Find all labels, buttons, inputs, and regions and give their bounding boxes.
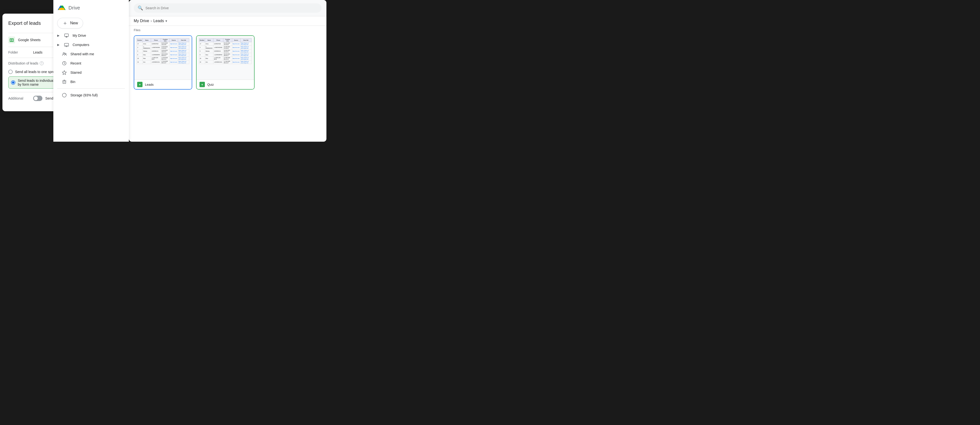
leads-file-name: Leads xyxy=(145,83,153,86)
svg-rect-9 xyxy=(65,34,68,36)
file-card-quiz[interactable]: NumberNamePhoneCreation timeSourceView l… xyxy=(196,35,255,90)
shared-label: Shared with me xyxy=(70,52,94,56)
breadcrumb-separator: › xyxy=(151,19,152,23)
search-bar[interactable]: 🔍 xyxy=(134,3,321,13)
file-preview-quiz: NumberNamePhoneCreation timeSourceView l… xyxy=(197,36,254,79)
svg-point-15 xyxy=(63,52,65,54)
svg-rect-11 xyxy=(65,36,67,37)
quiz-file-name: Quiz xyxy=(207,83,214,86)
format-value: Google Sheets xyxy=(18,38,41,42)
sidebar-item-computers[interactable]: ▶ Computers xyxy=(53,40,126,49)
drive-sidebar: Drive ＋ New ▶ My Drive ▶ Computers Share… xyxy=(53,0,129,142)
breadcrumb-root[interactable]: My Drive xyxy=(134,19,149,23)
leads-file-icon: + xyxy=(137,82,143,87)
storage-icon xyxy=(62,92,67,98)
bin-icon xyxy=(62,79,67,84)
my-drive-label: My Drive xyxy=(73,33,86,38)
computers-label: Computers xyxy=(73,43,89,47)
arrow-icon-computers: ▶ xyxy=(57,43,59,46)
additional-label: Additional xyxy=(8,97,30,100)
utm-toggle[interactable] xyxy=(33,96,42,101)
sheets-icon xyxy=(8,36,15,43)
folder-value: Leads xyxy=(33,51,42,54)
option1-circle xyxy=(8,70,13,74)
quiz-file-icon: + xyxy=(199,82,205,87)
computers-icon xyxy=(64,42,69,48)
svg-rect-5 xyxy=(12,40,13,40)
sidebar-item-shared[interactable]: Shared with me xyxy=(53,49,126,59)
svg-rect-10 xyxy=(66,37,67,38)
new-button[interactable]: ＋ New xyxy=(57,18,83,29)
toggle-knob xyxy=(34,97,38,100)
starred-icon xyxy=(62,70,67,75)
drive-logo xyxy=(57,3,66,12)
new-button-label: New xyxy=(70,21,78,25)
svg-point-16 xyxy=(65,53,66,54)
browser-top: 🔍 xyxy=(129,0,326,16)
plus-icon: ＋ xyxy=(62,21,68,26)
svg-rect-19 xyxy=(63,81,66,84)
my-drive-icon xyxy=(64,33,69,38)
files-label: Files xyxy=(129,26,326,33)
breadcrumb: My Drive › Leads ▾ xyxy=(129,16,326,26)
svg-rect-6 xyxy=(10,41,11,41)
arrow-icon-my-drive: ▶ xyxy=(57,34,59,37)
breadcrumb-current: Leads xyxy=(153,19,164,23)
svg-rect-12 xyxy=(65,43,69,46)
help-icon[interactable]: ? xyxy=(40,61,44,65)
sidebar-item-starred[interactable]: Starred xyxy=(53,68,126,77)
file-card-leads[interactable]: NumberNamePhoneCreation timeSourceView l… xyxy=(134,35,192,90)
option2-circle xyxy=(11,80,15,85)
drive-header: Drive xyxy=(53,0,129,15)
svg-rect-7 xyxy=(12,41,13,41)
file-preview-leads: NumberNamePhoneCreation timeSourceView l… xyxy=(134,36,192,79)
sidebar-item-my-drive[interactable]: ▶ My Drive xyxy=(53,31,126,40)
sidebar-item-bin[interactable]: Bin xyxy=(53,77,126,86)
file-footer-quiz: + Quiz xyxy=(197,79,254,89)
drive-browser: 🔍 My Drive › Leads ▾ Files NumberNamePho… xyxy=(129,0,326,142)
shared-icon xyxy=(62,51,67,57)
starred-label: Starred xyxy=(70,71,82,75)
recent-label: Recent xyxy=(70,61,81,65)
storage-item[interactable]: Storage (93% full) xyxy=(53,90,129,100)
svg-rect-3 xyxy=(12,39,13,40)
search-icon: 🔍 xyxy=(138,5,143,11)
svg-rect-13 xyxy=(66,46,67,47)
svg-rect-2 xyxy=(10,39,11,40)
storage-label: Storage (93% full) xyxy=(70,93,98,97)
drive-title: Drive xyxy=(68,5,80,11)
sidebar-item-recent[interactable]: Recent xyxy=(53,59,126,68)
nav-divider xyxy=(57,88,125,89)
file-footer-leads: + Leads xyxy=(134,79,192,89)
distribution-label: Distribution of leads xyxy=(8,61,38,65)
recent-icon xyxy=(62,60,67,66)
svg-rect-4 xyxy=(10,40,11,40)
search-input[interactable] xyxy=(145,6,318,10)
svg-marker-18 xyxy=(62,71,67,75)
breadcrumb-dropdown-icon[interactable]: ▾ xyxy=(165,19,167,23)
files-grid: NumberNamePhoneCreation timeSourceView l… xyxy=(129,33,326,92)
folder-label: Folder xyxy=(8,51,30,54)
bin-label: Bin xyxy=(70,80,75,84)
